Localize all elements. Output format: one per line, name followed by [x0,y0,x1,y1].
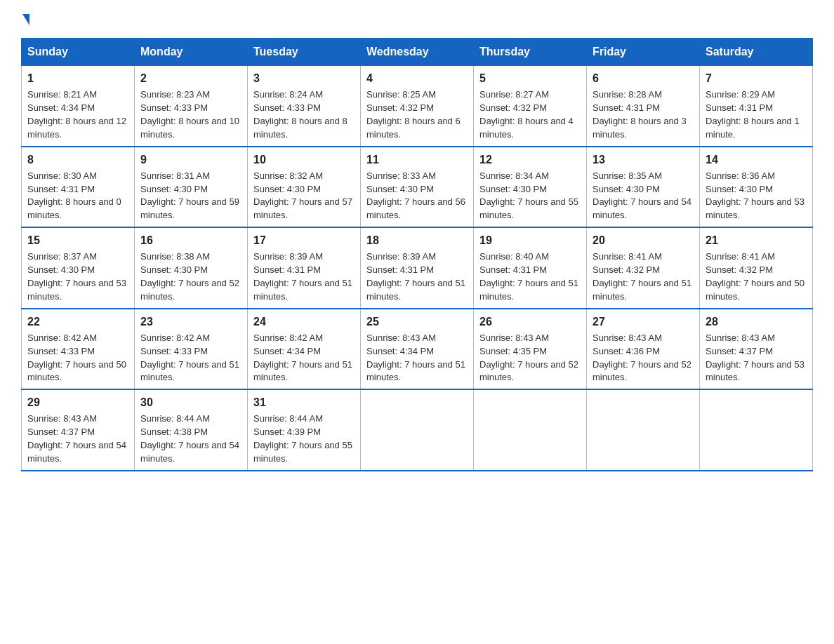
logo [21,14,29,25]
day-number: 10 [253,152,355,168]
calendar-cell: 8 Sunrise: 8:30 AMSunset: 4:31 PMDayligh… [22,147,135,228]
day-info: Sunrise: 8:31 AMSunset: 4:30 PMDaylight:… [140,170,239,221]
calendar-cell: 21 Sunrise: 8:41 AMSunset: 4:32 PMDaylig… [700,227,813,309]
day-number: 16 [140,232,241,248]
day-info: Sunrise: 8:42 AMSunset: 4:33 PMDaylight:… [140,333,239,383]
day-number: 22 [27,314,128,330]
calendar-cell: 7 Sunrise: 8:29 AMSunset: 4:31 PMDayligh… [700,66,813,147]
calendar-week-row: 15 Sunrise: 8:37 AMSunset: 4:30 PMDaylig… [22,227,813,309]
day-info: Sunrise: 8:29 AMSunset: 4:31 PMDaylight:… [706,89,800,140]
day-info: Sunrise: 8:42 AMSunset: 4:34 PMDaylight:… [253,333,352,383]
day-info: Sunrise: 8:42 AMSunset: 4:33 PMDaylight:… [27,333,126,383]
calendar-cell: 18 Sunrise: 8:39 AMSunset: 4:31 PMDaylig… [361,227,474,309]
day-number: 26 [479,314,581,330]
calendar-cell: 31 Sunrise: 8:44 AMSunset: 4:39 PMDaylig… [248,389,361,471]
day-info: Sunrise: 8:44 AMSunset: 4:38 PMDaylight:… [140,413,239,464]
day-number: 21 [706,232,807,248]
day-info: Sunrise: 8:41 AMSunset: 4:32 PMDaylight:… [706,251,805,302]
day-info: Sunrise: 8:39 AMSunset: 4:31 PMDaylight:… [366,251,465,302]
calendar-cell: 30 Sunrise: 8:44 AMSunset: 4:38 PMDaylig… [135,389,248,471]
day-info: Sunrise: 8:28 AMSunset: 4:31 PMDaylight:… [593,89,687,140]
day-number: 29 [27,394,128,410]
logo-triangle-icon [22,14,29,25]
day-number: 13 [593,152,694,168]
calendar-cell: 26 Sunrise: 8:43 AMSunset: 4:35 PMDaylig… [474,309,587,390]
calendar-header-row: SundayMondayTuesdayWednesdayThursdayFrid… [22,39,813,66]
day-info: Sunrise: 8:23 AMSunset: 4:33 PMDaylight:… [140,89,239,140]
day-info: Sunrise: 8:43 AMSunset: 4:35 PMDaylight:… [479,333,578,383]
calendar-cell: 9 Sunrise: 8:31 AMSunset: 4:30 PMDayligh… [135,147,248,228]
calendar-week-row: 22 Sunrise: 8:42 AMSunset: 4:33 PMDaylig… [22,309,813,390]
header-saturday: Saturday [700,39,813,66]
day-number: 4 [366,70,468,86]
day-info: Sunrise: 8:32 AMSunset: 4:30 PMDaylight:… [253,170,352,221]
day-number: 8 [27,152,128,168]
calendar-cell: 14 Sunrise: 8:36 AMSunset: 4:30 PMDaylig… [700,147,813,228]
day-number: 27 [593,314,694,330]
calendar-cell: 3 Sunrise: 8:24 AMSunset: 4:33 PMDayligh… [248,66,361,147]
calendar-cell: 6 Sunrise: 8:28 AMSunset: 4:31 PMDayligh… [587,66,700,147]
calendar-week-row: 29 Sunrise: 8:43 AMSunset: 4:37 PMDaylig… [22,389,813,471]
calendar-table: SundayMondayTuesdayWednesdayThursdayFrid… [21,38,813,471]
day-info: Sunrise: 8:24 AMSunset: 4:33 PMDaylight:… [253,89,348,140]
header-sunday: Sunday [22,39,135,66]
header-thursday: Thursday [474,39,587,66]
calendar-cell: 12 Sunrise: 8:34 AMSunset: 4:30 PMDaylig… [474,147,587,228]
calendar-cell: 11 Sunrise: 8:33 AMSunset: 4:30 PMDaylig… [361,147,474,228]
header-monday: Monday [135,39,248,66]
day-number: 14 [706,152,807,168]
calendar-cell: 5 Sunrise: 8:27 AMSunset: 4:32 PMDayligh… [474,66,587,147]
day-info: Sunrise: 8:35 AMSunset: 4:30 PMDaylight:… [593,170,691,221]
calendar-cell: 4 Sunrise: 8:25 AMSunset: 4:32 PMDayligh… [361,66,474,147]
day-number: 7 [706,70,807,86]
header-friday: Friday [587,39,700,66]
calendar-cell: 25 Sunrise: 8:43 AMSunset: 4:34 PMDaylig… [361,309,474,390]
calendar-cell: 19 Sunrise: 8:40 AMSunset: 4:31 PMDaylig… [474,227,587,309]
calendar-cell: 15 Sunrise: 8:37 AMSunset: 4:30 PMDaylig… [22,227,135,309]
day-number: 24 [253,314,355,330]
day-info: Sunrise: 8:30 AMSunset: 4:31 PMDaylight:… [27,170,121,221]
calendar-cell: 13 Sunrise: 8:35 AMSunset: 4:30 PMDaylig… [587,147,700,228]
calendar-cell: 10 Sunrise: 8:32 AMSunset: 4:30 PMDaylig… [248,147,361,228]
day-number: 3 [253,70,355,86]
day-number: 23 [140,314,241,330]
header-tuesday: Tuesday [248,39,361,66]
calendar-cell: 16 Sunrise: 8:38 AMSunset: 4:30 PMDaylig… [135,227,248,309]
calendar-cell: 27 Sunrise: 8:43 AMSunset: 4:36 PMDaylig… [587,309,700,390]
day-info: Sunrise: 8:36 AMSunset: 4:30 PMDaylight:… [706,170,805,221]
day-info: Sunrise: 8:25 AMSunset: 4:32 PMDaylight:… [366,89,461,140]
page-header [21,14,813,25]
calendar-cell: 28 Sunrise: 8:43 AMSunset: 4:37 PMDaylig… [700,309,813,390]
calendar-cell: 23 Sunrise: 8:42 AMSunset: 4:33 PMDaylig… [135,309,248,390]
calendar-week-row: 8 Sunrise: 8:30 AMSunset: 4:31 PMDayligh… [22,147,813,228]
day-number: 19 [479,232,581,248]
header-wednesday: Wednesday [361,39,474,66]
day-number: 30 [140,394,241,410]
day-info: Sunrise: 8:43 AMSunset: 4:34 PMDaylight:… [366,333,465,383]
calendar-cell: 20 Sunrise: 8:41 AMSunset: 4:32 PMDaylig… [587,227,700,309]
day-info: Sunrise: 8:43 AMSunset: 4:37 PMDaylight:… [706,333,805,383]
day-number: 6 [593,70,694,86]
day-number: 9 [140,152,241,168]
calendar-cell [700,389,813,471]
day-info: Sunrise: 8:44 AMSunset: 4:39 PMDaylight:… [253,413,352,464]
calendar-week-row: 1 Sunrise: 8:21 AMSunset: 4:34 PMDayligh… [22,66,813,147]
day-number: 5 [479,70,581,86]
day-info: Sunrise: 8:43 AMSunset: 4:37 PMDaylight:… [27,413,126,464]
calendar-cell: 2 Sunrise: 8:23 AMSunset: 4:33 PMDayligh… [135,66,248,147]
calendar-cell: 29 Sunrise: 8:43 AMSunset: 4:37 PMDaylig… [22,389,135,471]
day-number: 2 [140,70,241,86]
calendar-cell [361,389,474,471]
calendar-cell: 1 Sunrise: 8:21 AMSunset: 4:34 PMDayligh… [22,66,135,147]
day-number: 28 [706,314,807,330]
day-number: 17 [253,232,355,248]
day-number: 12 [479,152,581,168]
day-info: Sunrise: 8:38 AMSunset: 4:30 PMDaylight:… [140,251,239,302]
day-info: Sunrise: 8:27 AMSunset: 4:32 PMDaylight:… [479,89,574,140]
day-number: 1 [27,70,128,86]
day-number: 11 [366,152,468,168]
day-info: Sunrise: 8:41 AMSunset: 4:32 PMDaylight:… [593,251,691,302]
day-number: 18 [366,232,468,248]
day-info: Sunrise: 8:21 AMSunset: 4:34 PMDaylight:… [27,89,126,140]
day-info: Sunrise: 8:37 AMSunset: 4:30 PMDaylight:… [27,251,126,302]
